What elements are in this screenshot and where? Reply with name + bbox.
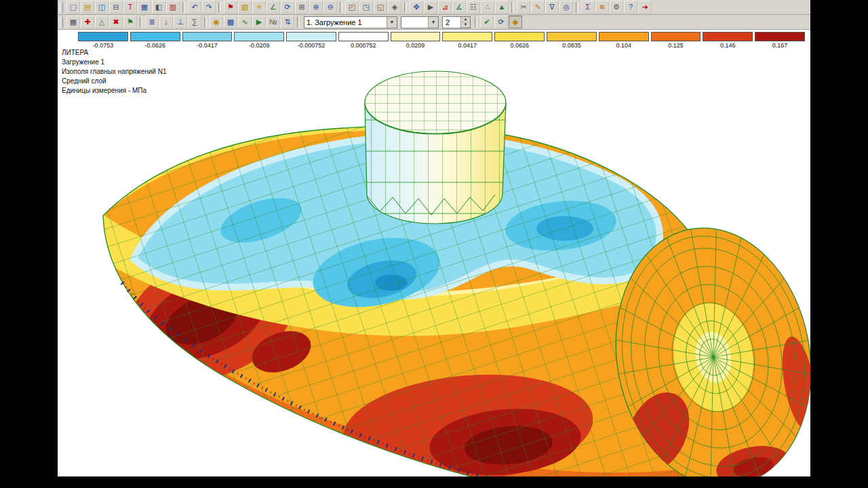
settings-button[interactable]: ⚙ [610,1,623,14]
project-table-icon: ▦ [70,18,77,26]
mode-combo[interactable]: ▼ [401,16,439,28]
legend-swatch [130,32,180,41]
exit-button[interactable]: ➜ [638,1,652,14]
supports-icon: ⊥ [177,18,184,26]
save-icon: ◫ [98,3,105,11]
view-top-button[interactable]: ◱ [374,1,387,14]
new-file-button[interactable]: ▢ [66,1,80,14]
drawing-canvas[interactable]: -0.0753-0.0626-0.0417-0.0209-0.0007520.0… [58,30,810,476]
select-button[interactable]: ▶ [424,1,437,14]
fit-view-button[interactable]: ⊞ [295,1,309,14]
info-line-units: Единицы измерения - МПа [62,86,167,96]
refresh-button[interactable]: ⟳ [494,16,508,28]
legend-value: -0.000752 [286,42,336,49]
legend-swatch [78,32,128,41]
tables-button[interactable]: ▦ [138,1,151,14]
legend-swatch [547,32,597,41]
toolbar-grip[interactable] [60,2,63,13]
apply-button[interactable]: ✔ [480,16,494,28]
grid-icon: ☷ [470,3,477,11]
add-node-button[interactable]: ✚ [81,16,94,28]
legend-value: 0.0835 [547,42,597,49]
combinations-button[interactable]: ∑ [188,16,201,28]
view-side-button[interactable]: ◳ [359,1,373,14]
toolbar-main: ▢▤◫⊟T▦◧▥↶↷⚑▧✳∠⟳⊞⊕⊖◰◳◱◈✥▶⊿∡☷∴▲✂✎∇◎Σ≋⚙?➜ [58,0,810,15]
spinner-up-icon[interactable]: ▲ [461,17,470,22]
filter-button[interactable]: ∇ [545,1,559,14]
flag-button[interactable]: ⚑ [224,1,237,14]
legend-swatch [442,32,492,41]
copy-button[interactable]: ◧ [152,1,165,14]
settings-icon: ⚙ [613,3,620,11]
draw-icon: ✎ [534,3,540,11]
toolbar-separator [404,2,407,13]
draw-button[interactable]: ✎ [531,1,545,14]
legend-entry: 0.0209 [391,32,441,49]
view-front-icon: ◰ [349,3,355,11]
legend-value: -0.0417 [182,42,233,49]
palette-button[interactable]: ▧ [238,1,252,14]
scale-spinner[interactable]: 2▲▼ [442,16,471,28]
nv-display-icon: ◆ [513,18,518,26]
rotate-view-icon: ⟳ [284,3,290,11]
add-element-button[interactable]: △ [95,16,108,28]
legend-value: 0.0626 [494,42,545,49]
nodes-button[interactable]: ∴ [481,1,494,14]
legend-entry: -0.000752 [286,32,336,49]
print-button[interactable]: ⊟ [109,1,123,14]
open-folder-button[interactable]: ▤ [81,1,94,14]
results-button[interactable]: ≋ [595,1,609,14]
delete-button[interactable]: ✖ [109,16,123,28]
measure-button[interactable]: ⊿ [438,1,452,14]
show-values-icon: № [269,18,277,26]
loads-button[interactable]: ↓ [159,16,173,28]
report-book-button[interactable]: ▥ [166,1,180,14]
show-values-button[interactable]: № [267,16,280,28]
fea-model-view[interactable] [58,30,810,476]
rotate-view-button[interactable]: ⟳ [281,1,294,14]
zoom-out-button[interactable]: ⊖ [323,1,337,14]
print-icon: ⊟ [113,3,119,11]
angle-button[interactable]: ∡ [452,1,466,14]
axes-button[interactable]: ∠ [267,1,280,14]
add-element-icon: △ [99,18,104,26]
calculate-button[interactable]: Σ [581,1,595,14]
redo-button[interactable]: ↷ [202,1,216,14]
legend-entry: 0.0417 [442,32,492,49]
report-book-icon: ▥ [170,3,176,11]
grid-button[interactable]: ☷ [467,1,480,14]
lamp-button[interactable]: ✳ [252,1,266,14]
toolbar-separator [297,17,300,28]
help-button[interactable]: ? [624,1,637,14]
isofields-button[interactable]: ◉ [210,16,223,28]
info-line-result: Изополя главных напряжений N1 [62,67,167,77]
toolbar-grip[interactable] [60,17,63,28]
export-text-button[interactable]: T [123,1,137,14]
loadcase-combo[interactable]: 1. Загружение 1▼ [304,16,397,28]
cut-button[interactable]: ✂ [517,1,530,14]
view-iso-button[interactable]: ◈ [388,1,401,14]
elements-button[interactable]: ▲ [495,1,509,14]
supports-button[interactable]: ⊥ [174,16,187,28]
stiffness-button[interactable]: ≣ [145,16,159,28]
chevron-down-icon[interactable]: ▼ [387,17,397,28]
nv-display-button[interactable]: ◆ [509,16,522,28]
tables-icon: ▦ [141,3,148,11]
save-button[interactable]: ◫ [95,1,108,14]
chevron-down-icon[interactable]: ▼ [428,17,438,28]
animation-button[interactable]: ▶ [252,16,266,28]
undo-button[interactable]: ↶ [188,1,201,14]
mosaic-button[interactable]: ▩ [224,16,237,28]
view-front-button[interactable]: ◰ [345,1,359,14]
legend-entry: 0.104 [599,32,649,49]
zoom-in-button[interactable]: ⊕ [309,1,323,14]
open-folder-icon: ▤ [84,3,91,11]
pan-button[interactable]: ✥ [410,1,423,14]
flag-icon: ⚑ [227,3,234,11]
deformed-scheme-button[interactable]: ∿ [238,16,252,28]
project-table-button[interactable]: ▦ [66,16,80,28]
flag-show-button[interactable]: ⚑ [123,16,137,28]
spinner-down-icon[interactable]: ▼ [461,22,470,28]
lens-button[interactable]: ◎ [559,1,573,14]
min-max-button[interactable]: ⇅ [281,16,294,28]
